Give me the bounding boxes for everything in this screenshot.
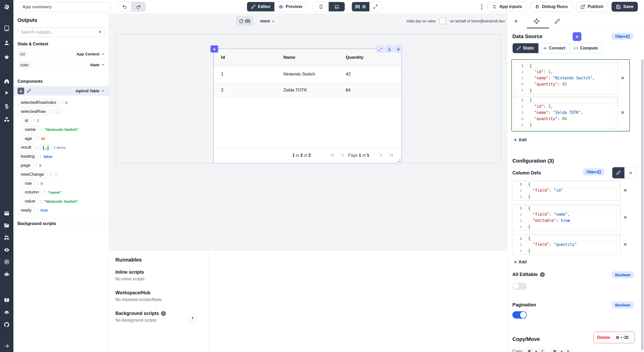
table-row[interactable]: 1Nintendo Switch42 (214, 66, 402, 82)
sidebar-item-variables[interactable] (0, 103, 13, 110)
expand-component-button[interactable] (376, 46, 384, 53)
sidebar-item-docs[interactable] (0, 296, 13, 304)
refresh-mode-dropdown[interactable]: once (259, 16, 277, 26)
sidebar-item-resources[interactable] (0, 116, 13, 123)
sidebar-item-groups[interactable] (0, 234, 13, 241)
table-row[interactable]: 2Zelda TOTK84 (214, 82, 402, 98)
sidebar-item-user[interactable] (0, 39, 13, 47)
json-editor[interactable]: 1{2 "id": 2,3 "name": "Zelda TOTK",4 "qu… (514, 96, 618, 129)
edit-mode-button[interactable] (612, 167, 624, 178)
windmill-logo[interactable] (0, 3, 13, 11)
output-key-chip[interactable]: selectedRowIndex (18, 99, 60, 106)
all-editable-toggle[interactable] (512, 283, 527, 290)
last-page-button[interactable] (389, 153, 394, 158)
sidebar-item-schedules[interactable] (0, 209, 13, 217)
remove-item-button[interactable]: ✕ (621, 187, 630, 194)
output-key-chip[interactable]: result (18, 144, 35, 151)
json-editor[interactable]: 1{2 "field": "id"3} (512, 180, 621, 200)
table-cell[interactable]: 2 (214, 88, 276, 93)
refresh-button[interactable]: (0) (236, 16, 253, 26)
sidebar-item-workspace[interactable] (0, 24, 13, 32)
data-source-type-badge[interactable]: Object[] (612, 33, 633, 40)
output-key-chip[interactable]: loading (18, 153, 38, 160)
app-inputs-button[interactable]: App inputs (488, 2, 527, 12)
app-canvas[interactable]: (0) once Hide bar on view on behalf of h… (109, 14, 507, 250)
clear-search-button[interactable] (98, 30, 102, 34)
ctx-row[interactable]: ctx App Context (13, 49, 109, 60)
debug-runs-button[interactable]: Debug Runs (530, 2, 572, 12)
redo-button[interactable] (131, 2, 145, 11)
output-key-chip[interactable]: column (22, 189, 42, 196)
next-page-button[interactable] (378, 153, 384, 158)
sidebar-item-audit[interactable] (0, 246, 13, 254)
output-key-chip[interactable]: age (22, 135, 35, 142)
tab-connect[interactable]: Connect (538, 43, 570, 53)
first-page-button[interactable] (330, 153, 335, 158)
sidebar-item-settings[interactable] (0, 258, 13, 266)
ctx-key-chip[interactable]: ctx (18, 51, 28, 57)
search-input[interactable] (18, 27, 105, 37)
tab-editor[interactable]: Editor (247, 2, 274, 11)
collapse-sidebar-button[interactable] (0, 342, 13, 350)
sidebar-item-favorites[interactable] (0, 53, 13, 61)
github-link[interactable] (0, 321, 13, 329)
output-value[interactable]: [...] (40, 145, 51, 150)
table-cell[interactable]: Zelda TOTK (276, 88, 338, 93)
json-editor[interactable]: 1{2 "id": 1,3 "name": "Nintendo Switch",… (514, 62, 618, 94)
tab-component-settings[interactable] (531, 17, 542, 26)
output-key-chip[interactable]: selectedRow (18, 108, 49, 115)
hide-bar-checkbox[interactable] (439, 18, 446, 24)
output-key-chip[interactable]: name (22, 126, 39, 133)
add-column-def-button[interactable]: + Add (512, 259, 528, 265)
chevron-up-icon[interactable] (101, 89, 105, 93)
add-background-script-button[interactable] (188, 314, 197, 322)
prev-page-button[interactable] (340, 153, 345, 158)
move-component-button[interactable] (394, 46, 402, 53)
output-key-chip[interactable]: ready (18, 207, 35, 214)
json-editor[interactable]: 1{2 "field": "quantity"3} (512, 234, 621, 255)
component-header-row[interactable]: a AgGrid Table (13, 86, 109, 96)
anchor-component-button[interactable] (385, 46, 393, 53)
more-menu-button[interactable] (480, 3, 484, 11)
connect-mode-button[interactable] (624, 167, 636, 178)
tab-static[interactable]: Static (513, 43, 538, 53)
state-row[interactable]: state State (13, 60, 109, 70)
sidebar-item-home[interactable] (0, 77, 13, 85)
undo-button[interactable] (118, 2, 131, 11)
tab-styling[interactable] (552, 17, 562, 26)
component-id-badge[interactable]: a (18, 88, 24, 94)
save-button[interactable]: Save (612, 2, 638, 12)
discord-link[interactable] (0, 308, 13, 316)
table-cell[interactable]: Nintendo Switch (276, 72, 338, 77)
add-data-source-item-button[interactable]: + Add (512, 137, 528, 143)
remove-item-button[interactable]: ✕ (618, 75, 627, 81)
column-defs-type-badge[interactable]: Object[] (583, 168, 604, 175)
delete-component-button[interactable]: Delete ⌘ + ⌫ (594, 332, 635, 343)
table-column-header[interactable]: Quantity (338, 55, 402, 60)
output-key-chip[interactable]: id (22, 117, 31, 124)
resize-handle[interactable] (397, 159, 400, 162)
mobile-view-button[interactable] (313, 2, 329, 11)
tab-insert[interactable] (511, 17, 521, 26)
output-key-chip[interactable]: page (18, 162, 33, 169)
table-cell[interactable]: 1 (214, 72, 276, 77)
sidebar-item-folders[interactable] (0, 222, 13, 229)
output-key-chip[interactable]: value (22, 198, 38, 205)
json-editor[interactable]: 1{2 "field": "name",3 "editable": true4} (512, 204, 621, 231)
aggrid-table-component[interactable]: IdNameQuantity 1Nintendo Switch422Zelda … (213, 49, 402, 163)
sidebar-item-ai[interactable] (0, 270, 13, 278)
panel-scrollbar[interactable] (641, 59, 643, 350)
table-cell[interactable]: 42 (338, 72, 402, 77)
app-summary-input[interactable] (19, 2, 111, 12)
state-key-chip[interactable]: state (18, 62, 31, 68)
table-component-badge[interactable]: a (210, 45, 218, 53)
output-key-chip[interactable]: newChange (18, 171, 47, 178)
table-column-header[interactable]: Name (276, 55, 338, 60)
tab-compute[interactable]: Compute (570, 43, 602, 53)
publish-button[interactable]: Publish (576, 2, 608, 12)
fullscreen-button[interactable] (369, 2, 382, 11)
diff-indicator-button[interactable]: |0| (352, 2, 369, 11)
remove-item-button[interactable]: ✕ (621, 214, 630, 221)
tab-preview[interactable]: Preview (274, 2, 306, 11)
table-cell[interactable]: 84 (338, 88, 402, 93)
